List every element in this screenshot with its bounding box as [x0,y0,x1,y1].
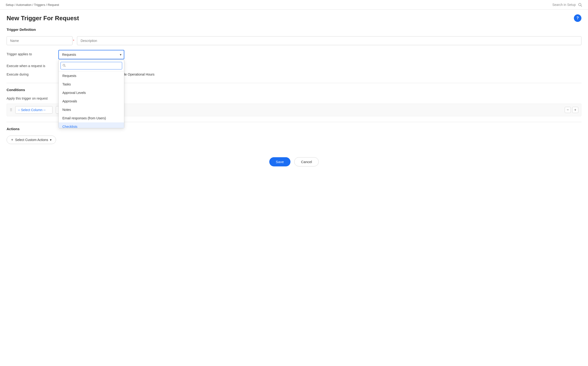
plus-icon: + [11,138,13,142]
topbar: Setup / Automation / Triggers / Request … [0,0,588,10]
breadcrumb: Setup / Automation / Triggers / Request [6,3,59,7]
dropdown-search-wrap [61,62,122,69]
search-icon[interactable] [578,2,582,7]
trigger-applies-label: Trigger applies to [7,50,58,56]
search-area[interactable]: Search in Setup [552,2,582,7]
dropdown-search-icon [62,64,66,68]
name-desc-row: * [7,36,581,45]
dropdown-item[interactable]: Notes [59,106,124,114]
description-input[interactable] [77,36,581,45]
remove-row-button[interactable]: − [565,107,571,113]
drag-handle-icon[interactable]: ⠿ [10,108,13,112]
trigger-applies-select[interactable]: Requests ▾ [58,50,124,59]
page-content: New Trigger For Request ? Trigger Defini… [0,10,588,178]
trigger-select-value: Requests [62,53,76,56]
dropdown-arrow-icon: ▾ [50,138,52,142]
trigger-applies-row: Trigger applies to Requests ▾ [7,50,581,59]
dropdown-item[interactable]: Tasks [59,80,124,89]
dropdown-search-input[interactable] [61,62,122,69]
trigger-definition-section: Trigger Definition * Trigger applies to … [7,28,581,76]
row-action-buttons: − + [565,107,578,113]
add-row-button[interactable]: + [572,107,578,113]
col-select-wrapper[interactable]: -- Select Column -- [15,106,53,114]
dropdown-item[interactable]: Requests [59,72,124,80]
dropdown-list: RequestsTasksApproval LevelsApprovalsNot… [59,72,124,128]
page-header: New Trigger For Request ? [7,14,581,22]
dropdown-item[interactable]: Approvals [59,97,124,106]
svg-line-1 [581,5,582,6]
search-placeholder-text: Search in Setup [552,3,576,7]
chevron-down-icon: ▾ [120,53,122,56]
dropdown-search-area [59,60,124,72]
actions-section: Actions + Select Custom Actions ▾ [7,127,581,144]
dropdown-item[interactable]: Approval Levels [59,89,124,97]
dropdown-item[interactable]: Email responses (from Users) [59,114,124,122]
select-custom-actions-label: Select Custom Actions [15,138,48,142]
execute-during-label: Execute during [7,72,58,76]
cancel-button[interactable]: Cancel [294,157,319,166]
required-star: * [73,39,74,43]
trigger-applies-select-wrapper[interactable]: Requests ▾ [58,50,124,59]
dropdown-menu: RequestsTasksApproval LevelsApprovalsNot… [58,60,124,128]
apply-trigger-label: Apply this trigger on request [7,97,58,100]
help-button[interactable]: ? [574,14,581,22]
name-input[interactable] [7,36,72,45]
svg-line-3 [65,66,65,67]
save-button[interactable]: Save [269,157,290,166]
trigger-definition-heading: Trigger Definition [7,28,581,31]
page-title: New Trigger For Request [7,15,79,22]
column-select[interactable]: -- Select Column -- [15,106,53,114]
footer-buttons: Save Cancel [7,152,581,168]
select-custom-actions-button[interactable]: + Select Custom Actions ▾ [7,136,56,144]
dropdown-item[interactable]: Checklists [59,122,124,128]
execute-when-label: Execute when a request is [7,64,58,68]
